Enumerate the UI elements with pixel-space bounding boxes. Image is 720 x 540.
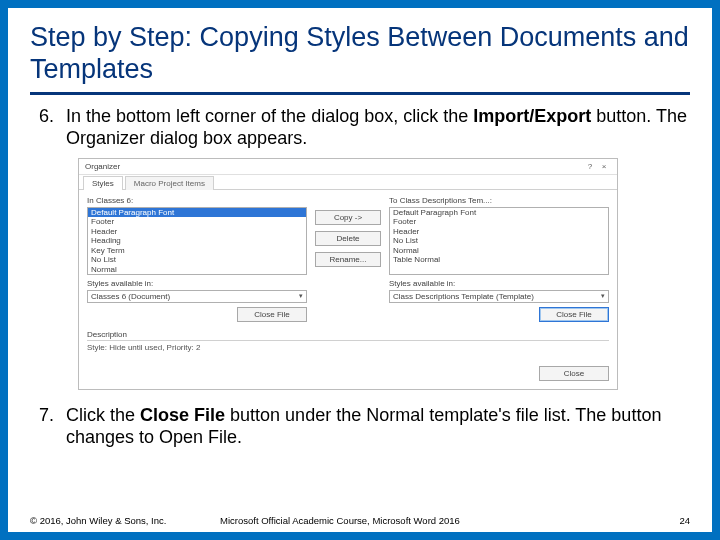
list-item[interactable]: Footer: [390, 217, 608, 227]
tab-macro-project-items[interactable]: Macro Project Items: [125, 176, 214, 190]
list-item[interactable]: Header: [88, 227, 306, 237]
right-closefile-row: Close File: [389, 307, 609, 322]
page-title: Step by Step: Copying Styles Between Doc…: [30, 22, 690, 86]
left-listbox[interactable]: Default Paragraph Font Footer Header Hea…: [87, 207, 307, 275]
list-item[interactable]: Heading: [88, 236, 306, 246]
list-item[interactable]: No List: [390, 236, 608, 246]
step-number: 6.: [30, 105, 66, 150]
tab-styles[interactable]: Styles: [83, 176, 123, 190]
dialog-title: Organizer: [85, 162, 583, 171]
close-icon[interactable]: ×: [597, 162, 611, 171]
left-avail-dropdown[interactable]: Classes 6 (Document) ▾: [87, 290, 307, 303]
footer-page: 24: [660, 515, 690, 526]
slide: Step by Step: Copying Styles Between Doc…: [8, 8, 712, 532]
organizer-dialog: Organizer ? × Styles Macro Project Items…: [78, 158, 618, 390]
footer-course: Microsoft Official Academic Course, Micr…: [220, 515, 660, 526]
help-icon[interactable]: ?: [583, 162, 597, 171]
copy-button[interactable]: Copy ->: [315, 210, 381, 225]
slide-footer: © 2016, John Wiley & Sons, Inc. Microsof…: [30, 515, 690, 526]
left-closefile-row: Close File: [87, 307, 307, 322]
step-text: In the bottom left corner of the dialog …: [66, 105, 690, 150]
dropdown-value: Classes 6 (Document): [91, 292, 170, 301]
delete-button[interactable]: Delete: [315, 231, 381, 246]
close-button[interactable]: Close: [539, 366, 609, 381]
dropdown-value: Class Descriptions Template (Template): [393, 292, 534, 301]
list-item[interactable]: No List: [88, 255, 306, 265]
close-file-button-right[interactable]: Close File: [539, 307, 609, 322]
left-column: In Classes 6: Default Paragraph Font Foo…: [87, 196, 307, 322]
left-avail-label: Styles available in:: [87, 279, 307, 288]
list-item[interactable]: Footer: [88, 217, 306, 227]
list-item[interactable]: Table Normal: [390, 255, 608, 265]
text: In the bottom left corner of the dialog …: [66, 106, 473, 126]
left-label: In Classes 6:: [87, 196, 307, 205]
text-bold: Import/Export: [473, 106, 591, 126]
close-file-button-left[interactable]: Close File: [237, 307, 307, 322]
rename-button[interactable]: Rename...: [315, 252, 381, 267]
chevron-down-icon: ▾: [601, 292, 605, 300]
step-text: Click the Close File button under the No…: [66, 404, 690, 449]
list-item[interactable]: Default Paragraph Font: [390, 208, 608, 218]
text-bold: Close File: [140, 405, 225, 425]
right-listbox[interactable]: Default Paragraph Font Footer Header No …: [389, 207, 609, 275]
right-avail-dropdown[interactable]: Class Descriptions Template (Template) ▾: [389, 290, 609, 303]
step-6: 6. In the bottom left corner of the dial…: [30, 105, 690, 150]
text: Click the: [66, 405, 140, 425]
title-rule: [30, 92, 690, 95]
step-number: 7.: [30, 404, 66, 449]
list-item[interactable]: Default Paragraph Font: [88, 208, 306, 218]
description-text: Style: Hide until used, Priority: 2: [87, 343, 609, 352]
slide-frame: Step by Step: Copying Styles Between Doc…: [0, 0, 720, 540]
list-item[interactable]: Key Term: [88, 246, 306, 256]
chevron-down-icon: ▾: [299, 292, 303, 300]
columns: In Classes 6: Default Paragraph Font Foo…: [87, 196, 609, 322]
dialog-body: In Classes 6: Default Paragraph Font Foo…: [79, 190, 617, 360]
dialog-footer: Close: [79, 360, 617, 389]
list-item[interactable]: Normal: [390, 246, 608, 256]
list-item[interactable]: Normal: [88, 265, 306, 275]
dialog-titlebar: Organizer ? ×: [79, 159, 617, 175]
description-label: Description: [87, 330, 609, 339]
right-label: To Class Descriptions Tem...:: [389, 196, 609, 205]
tabs: Styles Macro Project Items: [79, 175, 617, 190]
footer-copyright: © 2016, John Wiley & Sons, Inc.: [30, 515, 220, 526]
right-column: To Class Descriptions Tem...: Default Pa…: [389, 196, 609, 322]
organizer-screenshot: Organizer ? × Styles Macro Project Items…: [78, 158, 690, 390]
list-item[interactable]: Header: [390, 227, 608, 237]
right-avail-label: Styles available in:: [389, 279, 609, 288]
step-7: 7. Click the Close File button under the…: [30, 404, 690, 449]
description-rule: [87, 340, 609, 341]
mid-column: Copy -> Delete Rename...: [315, 196, 381, 322]
